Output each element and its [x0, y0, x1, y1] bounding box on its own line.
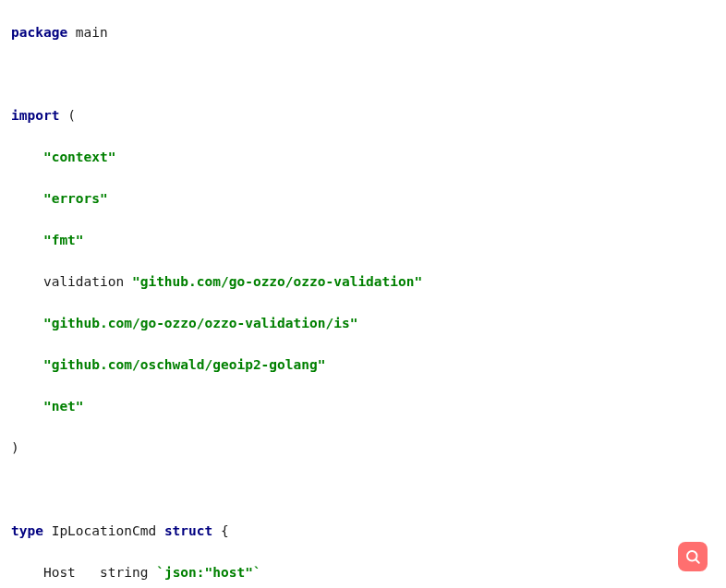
- search-icon: [684, 548, 701, 565]
- keyword-type: type: [11, 523, 43, 538]
- code-line[interactable]: [2, 479, 726, 500]
- code-line[interactable]: [2, 64, 726, 85]
- code-line[interactable]: "net": [2, 396, 726, 417]
- struct-tag: `json:"host"`: [156, 565, 261, 580]
- code-line[interactable]: validation "github.com/go-ozzo/ozzo-vali…: [2, 271, 726, 293]
- close-paren: ): [11, 440, 19, 455]
- code-line[interactable]: import (: [2, 105, 726, 126]
- code-line[interactable]: ): [2, 438, 726, 459]
- type-name: IpLocationCmd: [52, 523, 157, 538]
- code-line[interactable]: "context": [2, 147, 726, 168]
- code-line[interactable]: "github.com/oschwald/geoip2-golang": [2, 354, 726, 376]
- keyword-struct: struct: [164, 523, 212, 538]
- import-path: "context": [43, 150, 116, 164]
- import-path: "github.com/go-ozzo/ozzo-validation": [132, 274, 422, 289]
- import-path: "github.com/oschwald/geoip2-golang": [43, 357, 326, 372]
- keyword-import: import: [11, 108, 59, 123]
- code-line[interactable]: package main: [2, 22, 726, 43]
- code-editor[interactable]: package main import ( "context" "errors"…: [0, 0, 726, 588]
- open-brace: {: [221, 523, 229, 538]
- code-line[interactable]: "fmt": [2, 230, 726, 251]
- code-line[interactable]: type IpLocationCmd struct {: [2, 521, 726, 542]
- import-path: "errors": [43, 191, 108, 206]
- search-button[interactable]: [678, 542, 708, 571]
- code-line[interactable]: "github.com/go-ozzo/ozzo-validation/is": [2, 313, 726, 334]
- open-paren: (: [67, 108, 76, 123]
- keyword-package: package: [11, 25, 67, 40]
- svg-line-1: [696, 559, 698, 562]
- import-path: "fmt": [43, 233, 84, 247]
- code-line[interactable]: Host string `json:"host"`: [2, 562, 726, 583]
- import-alias: validation: [43, 274, 132, 289]
- import-path: "github.com/go-ozzo/ozzo-validation/is": [43, 316, 357, 330]
- code-line[interactable]: "errors": [2, 188, 726, 210]
- import-path: "net": [43, 399, 84, 414]
- package-name: main: [76, 25, 108, 40]
- field-name: Host: [43, 565, 76, 580]
- field-type: string: [100, 565, 148, 580]
